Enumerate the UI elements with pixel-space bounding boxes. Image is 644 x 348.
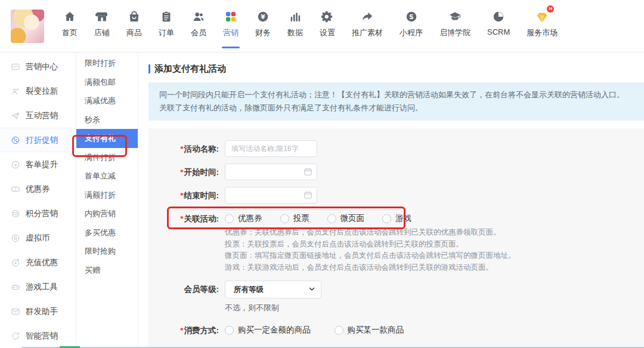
- nav-item-finance[interactable]: ¥ 财务: [247, 9, 279, 38]
- sidebar-item-label: 裂变拉新: [26, 86, 58, 97]
- interactive-marketing-icon: [10, 110, 20, 121]
- sidebar-item-label: 群发助手: [26, 306, 58, 317]
- consume-mode-label: *消费方式:: [148, 322, 219, 336]
- marketing-center-icon: [10, 61, 20, 72]
- nav-item-service-market[interactable]: H 服务市场: [518, 9, 566, 38]
- radio-option-micro-page[interactable]: 微页面: [327, 213, 365, 224]
- radio-circle[interactable]: [225, 214, 234, 223]
- submenu-item-buy-gift[interactable]: 买赠: [76, 261, 138, 280]
- submenu-item-first-order[interactable]: 首单立减: [76, 167, 138, 186]
- radio-option-specific-goods[interactable]: 购买某一款商品: [335, 325, 404, 335]
- activity-name-label: *活动名称:: [148, 140, 219, 157]
- fission-icon: [10, 86, 20, 96]
- store-avatar[interactable]: [11, 10, 44, 43]
- nav-item-mini-program[interactable]: S 小程序: [391, 9, 431, 38]
- nav-item-settings[interactable]: 设置: [311, 9, 343, 38]
- form-row-consume-mode: *消费方式: 购买一定金额的商品 购买某一款商品: [148, 322, 644, 336]
- radio-option-coupon[interactable]: 优惠券: [225, 213, 262, 224]
- sidebar-item-coupon[interactable]: 优惠券: [0, 177, 76, 201]
- radio-circle[interactable]: [382, 214, 391, 223]
- nav-label: 设置: [320, 27, 335, 38]
- nav-item-data[interactable]: 数据: [279, 9, 311, 38]
- sidebar-item-recharge[interactable]: ¥ 充值优惠: [0, 250, 76, 275]
- recharge-icon: ¥: [10, 257, 20, 267]
- submenu-item-flash-sale[interactable]: 秒杀: [76, 110, 138, 130]
- nav-label: 首页: [62, 27, 78, 38]
- submenu-item-limited-rush[interactable]: 限时抢购: [76, 242, 138, 261]
- coupon-icon: [10, 184, 20, 194]
- goods-icon: [128, 9, 141, 24]
- sidebar-menu: 营销中心 裂变拉新 互动营销 打折促销 ¥ 客单提升: [0, 53, 76, 348]
- home-icon: [63, 9, 76, 24]
- nav-item-shop[interactable]: 店铺: [86, 9, 118, 38]
- sidebar-item-label: 智能营销: [26, 331, 58, 341]
- sidebar-item-label: 积分营销: [26, 208, 58, 219]
- submenu-item-multi-buy[interactable]: 多买优惠: [76, 223, 138, 242]
- sidebar-item-fission[interactable]: 裂变拉新: [0, 79, 76, 103]
- submenu-item-full-reduction[interactable]: 满减优惠: [76, 91, 138, 110]
- sidebar-item-discount-promo[interactable]: 打折促销: [0, 128, 76, 152]
- submenu-item-quantity-discount[interactable]: 满件打折: [76, 148, 138, 167]
- nav-label: 店铺: [94, 27, 110, 38]
- start-time-label: *开始时间:: [148, 164, 219, 180]
- submenu-item-internal-purchase[interactable]: 内购营销: [76, 204, 138, 223]
- sidebar-item-interactive-marketing[interactable]: 互动营销: [0, 103, 76, 128]
- marketing-icon: [224, 9, 237, 24]
- members-icon: [192, 9, 205, 24]
- chevron-down-icon: [308, 284, 315, 295]
- nav-item-promo-material[interactable]: 推广素材: [343, 9, 391, 38]
- nav-item-marketing[interactable]: 营销: [215, 9, 247, 38]
- data-icon: [289, 9, 302, 24]
- submenu-item-payment-gift[interactable]: 支付有礼: [76, 129, 138, 148]
- radio-option-amount-goods[interactable]: 购买一定金额的商品: [225, 325, 311, 335]
- calendar-icon[interactable]: [304, 190, 312, 202]
- nav-item-members[interactable]: 会员: [182, 9, 215, 38]
- nav-item-home[interactable]: 首页: [54, 9, 86, 38]
- member-level-label: 会员等级:: [148, 281, 219, 298]
- radio-circle[interactable]: [225, 326, 234, 335]
- end-time-label: *结束时间:: [148, 187, 219, 204]
- nav-item-academy[interactable]: 启博学院: [431, 9, 479, 38]
- sidebar-item-game-tools[interactable]: 游戏工具: [0, 275, 76, 299]
- help-line: 投票：关联投票后，会员支付后点击该活动会跳转到已关联的投票页面。: [225, 239, 644, 251]
- calendar-icon[interactable]: [304, 167, 312, 178]
- radio-label: 购买某一款商品: [348, 325, 404, 335]
- sidebar-item-smart-marketing[interactable]: 智能营销: [0, 324, 76, 348]
- service-market-icon: H: [535, 9, 549, 24]
- nav-item-orders[interactable]: 订单: [150, 9, 182, 38]
- member-level-select[interactable]: 所有等级: [225, 281, 321, 298]
- submenu-item-limited-discount[interactable]: 限时打折: [76, 54, 138, 73]
- radio-label: 微页面: [340, 213, 365, 224]
- sidebar-item-mass-message[interactable]: 群发助手: [0, 299, 76, 324]
- sidebar-item-points-marketing[interactable]: 积分营销: [0, 201, 76, 226]
- nav-item-goods[interactable]: 商品: [118, 9, 150, 38]
- nav-item-scrm[interactable]: SCRM: [479, 9, 518, 36]
- nav-label: 财务: [255, 27, 271, 38]
- nav-label: 数据: [287, 27, 303, 38]
- submenu-item-amount-discount[interactable]: 满额打折: [76, 186, 138, 205]
- smart-marketing-icon: [10, 331, 20, 341]
- service-market-badge: H: [547, 5, 554, 13]
- sidebar-item-label: 游戏工具: [26, 282, 58, 292]
- sidebar-item-label: 虚拟币: [26, 233, 50, 244]
- notice-banner: 同一个时间段内只能开启一个支付有礼活动；注意！【支付有礼】关联的营销活动如果失效…: [148, 82, 644, 121]
- radio-circle[interactable]: [335, 326, 343, 335]
- page: 首页 店铺 商品 订单: [0, 0, 644, 348]
- radio-circle[interactable]: [280, 214, 289, 223]
- submenu-item-free-shipping[interactable]: 满额包邮: [76, 73, 138, 92]
- nav-label: 营销: [223, 27, 239, 38]
- mass-message-icon: [10, 306, 20, 316]
- top-nav: 首页 店铺 商品 订单: [54, 0, 566, 52]
- sidebar-item-marketing-center[interactable]: 营销中心: [0, 54, 76, 79]
- sidebar-item-order-boost[interactable]: ¥ 客单提升: [0, 152, 76, 177]
- radio-option-vote[interactable]: 投票: [280, 213, 309, 224]
- activity-name-input[interactable]: [225, 140, 317, 157]
- radio-circle[interactable]: [327, 214, 336, 223]
- radio-option-game[interactable]: 游戏: [382, 213, 411, 224]
- nav-label: 会员: [191, 27, 206, 38]
- sidebar-item-virtual-coin[interactable]: 虚拟币: [0, 226, 76, 250]
- notice-line: 关联了支付有礼的活动，除微页面外只有满足了支付有礼条件才能进行访问。: [159, 101, 633, 115]
- sidebar-item-label: 充值优惠: [26, 257, 58, 268]
- settings-icon: [321, 9, 334, 24]
- svg-text:¥: ¥: [261, 13, 265, 20]
